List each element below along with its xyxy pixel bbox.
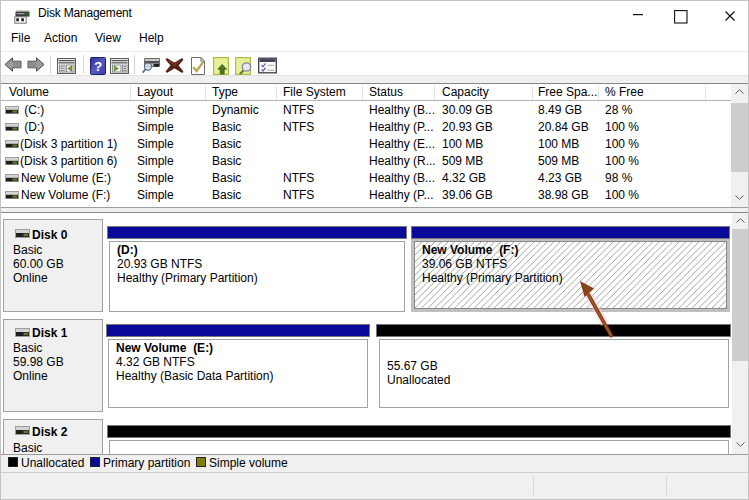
svg-text:?: ?	[94, 59, 102, 74]
